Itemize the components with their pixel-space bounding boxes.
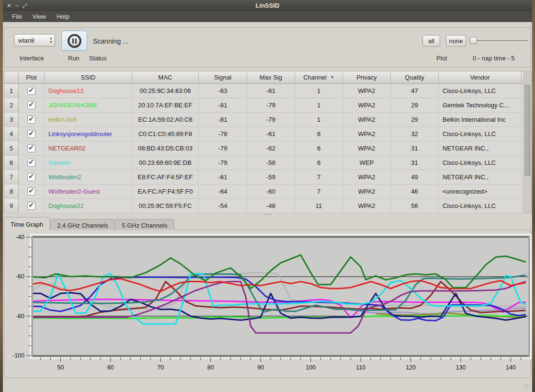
corner-header-cell[interactable] (4, 71, 19, 83)
tab-5-ghz-channels[interactable]: 5 GHz Channels (115, 219, 174, 230)
plot-checkbox[interactable]: ✔ (27, 87, 35, 95)
ssid-cell: JOHNSONHOME (45, 98, 132, 112)
plot-checkbox[interactable]: ✔ (27, 159, 35, 167)
slider-handle[interactable] (470, 37, 477, 44)
channel-cell: 6 (295, 127, 343, 141)
channel-cell: 1 (295, 113, 343, 127)
x-tick-label: 90 (257, 364, 264, 371)
plot-all-button[interactable]: all (422, 35, 440, 46)
plot-checkbox[interactable]: ✔ (19, 170, 45, 184)
table-row[interactable]: 2✔JOHNSONHOME20:10:7A:EF:BE:EF-81-791WPA… (4, 98, 524, 113)
vendor-cell: Gemtek Technology C… (439, 98, 522, 112)
column-header-signal[interactable]: Signal (199, 71, 247, 83)
ssid-cell: belkin.0c6 (45, 113, 132, 127)
graph-tabs: Time Graph2.4 GHz Channels5 GHz Channels (4, 217, 175, 230)
splitter-handle[interactable] (3, 213, 532, 217)
privacy-cell: WPA2 (343, 199, 391, 213)
plot-checkbox[interactable]: ✔ (19, 113, 45, 127)
tab-2-4-ghz-channels[interactable]: 2.4 GHz Channels (50, 219, 114, 230)
plot-checkbox[interactable]: ✔ (27, 101, 35, 109)
signal-cell: -81 (199, 113, 247, 127)
y-tick-label: -60 (16, 273, 24, 280)
status-text: Scanning ... (93, 37, 128, 45)
row-number: 9 (4, 199, 19, 213)
resize-grip-icon[interactable] (524, 384, 530, 390)
tab-time-graph[interactable]: Time Graph (4, 217, 50, 230)
plot-checkbox[interactable]: ✔ (19, 84, 45, 98)
column-header-channel[interactable]: Channel▼ (295, 71, 343, 83)
vendor-cell: NETGEAR INC., (439, 141, 522, 155)
quality-cell: 56 (391, 199, 439, 213)
table-row[interactable]: 7✔Wolfesden2E8:FC:AF:F4:5F:EF-61-597WPA2… (4, 170, 524, 184)
interface-select[interactable]: wlan8 ▲▼ (14, 34, 55, 46)
table-row[interactable]: 5✔NETGEAR0208:BD:43:D5:CB:03-79-626WPA23… (4, 141, 524, 156)
table-row[interactable]: 6✔Ganann00:23:69:60:9E:DB-79-586WEP31Cis… (4, 156, 524, 170)
table-row[interactable]: 9✔Doghouse2200:25:9C:59:F5:FC-54-4811WPA… (4, 199, 524, 213)
run-label: Run (68, 55, 80, 62)
pause-icon (68, 34, 81, 48)
menu-help[interactable]: Help (52, 12, 74, 21)
menu-view[interactable]: View (28, 12, 50, 21)
quality-cell: 47 (391, 84, 439, 98)
privacy-cell: WPA2 (343, 184, 391, 198)
column-header-mac[interactable]: MAC (132, 71, 199, 83)
channel-cell: 11 (295, 199, 343, 213)
checkmark-icon: ✔ (28, 143, 34, 152)
plot-label: Plot (436, 55, 447, 62)
table-scrollbar[interactable] (524, 71, 531, 213)
table-row[interactable]: 1✔Doghouse1200:25:9C:34:63:06-63-611WPA2… (4, 84, 524, 98)
plot-checkbox[interactable]: ✔ (19, 141, 45, 155)
interface-value: wlan8 (18, 37, 34, 44)
column-header-ssid[interactable]: SSID (45, 71, 132, 83)
scrollbar-thumb[interactable] (525, 85, 530, 176)
plot-checkbox[interactable]: ✔ (19, 127, 45, 141)
nap-time-slider[interactable] (470, 40, 528, 42)
ssid-cell: Wolfesden2-Guest (45, 184, 132, 198)
ssid-cell: Doghouse22 (45, 199, 132, 213)
mac-cell: EA:FC:AF:F4:5F:F0 (132, 184, 199, 198)
table-row[interactable]: 3✔belkin.0c6EC:1A:59:02:A0:C6-81-791WPA2… (4, 113, 524, 127)
plot-checkbox[interactable]: ✔ (27, 130, 35, 138)
quality-cell: 31 (391, 141, 439, 155)
window-title: LinSSID (3, 2, 532, 9)
privacy-cell: WPA2 (343, 113, 391, 127)
plot-checkbox[interactable]: ✔ (27, 187, 35, 196)
checkmark-icon: ✔ (28, 100, 34, 109)
privacy-cell: WPA2 (343, 98, 391, 112)
row-number: 7 (4, 170, 19, 184)
column-header-plot[interactable]: Plot (19, 71, 45, 83)
run-pause-button[interactable] (61, 31, 87, 51)
signal-cell: -64 (199, 184, 247, 198)
column-header-privacy[interactable]: Privacy (343, 71, 391, 83)
plot-checkbox[interactable]: ✔ (19, 98, 45, 112)
table-row[interactable]: 8✔Wolfesden2-GuestEA:FC:AF:F4:5F:F0-64-6… (4, 184, 524, 199)
mac-cell: 00:25:9C:34:63:06 (132, 84, 199, 98)
vendor-cell: Cisco-Linksys, LLC (439, 199, 522, 213)
plot-none-button[interactable]: none (446, 35, 466, 46)
plot-checkbox[interactable]: ✔ (19, 199, 45, 213)
splitter-dots-icon (265, 214, 271, 215)
column-header-max-sig[interactable]: Max Sig (247, 71, 295, 83)
ssid-cell: Doghouse12 (45, 84, 132, 98)
table-header: PlotSSIDMACSignalMax SigChannel▼PrivacyQ… (4, 71, 524, 84)
time-graph: -40-60-80-1005060708090100110120130140 (4, 231, 533, 377)
row-number: 8 (4, 184, 19, 198)
plot-checkbox[interactable]: ✔ (19, 156, 45, 170)
checkmark-icon: ✔ (28, 158, 34, 166)
quality-cell: 32 (391, 127, 439, 141)
menu-file[interactable]: File (8, 12, 26, 21)
x-tick-label: 100 (306, 364, 316, 371)
table-row[interactable]: 4✔LinksysjonesgoldrouterC0:C1:C0:45:89:F… (4, 127, 524, 141)
privacy-cell: WPA2 (343, 127, 391, 141)
column-header-quality[interactable]: Quality (391, 71, 439, 83)
plot-checkbox[interactable]: ✔ (27, 115, 35, 124)
spinner-arrows-icon[interactable]: ▲▼ (49, 35, 53, 44)
plot-checkbox[interactable]: ✔ (27, 144, 35, 152)
plot-checkbox[interactable]: ✔ (19, 184, 45, 198)
plot-checkbox[interactable]: ✔ (27, 173, 35, 181)
plot-checkbox[interactable]: ✔ (27, 202, 35, 210)
privacy-cell: WPA2 (343, 84, 391, 98)
max-sig-cell: -60 (247, 184, 295, 198)
max-sig-cell: -79 (247, 98, 295, 112)
column-header-vendor[interactable]: Vendor (439, 71, 522, 83)
